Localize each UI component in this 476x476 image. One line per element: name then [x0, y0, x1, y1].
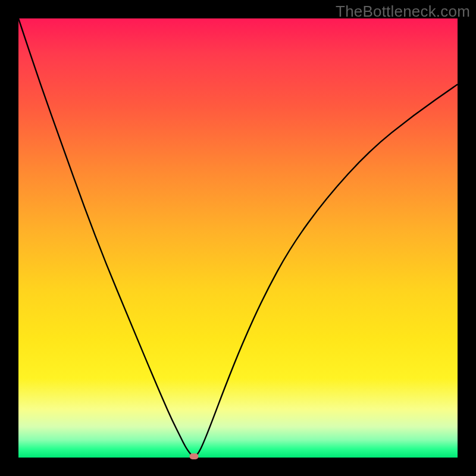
watermark-text: TheBottleneck.com: [336, 2, 470, 21]
chart-container: TheBottleneck.com: [0, 0, 476, 476]
minimum-marker: [190, 453, 199, 459]
plot-area: [18, 18, 458, 458]
